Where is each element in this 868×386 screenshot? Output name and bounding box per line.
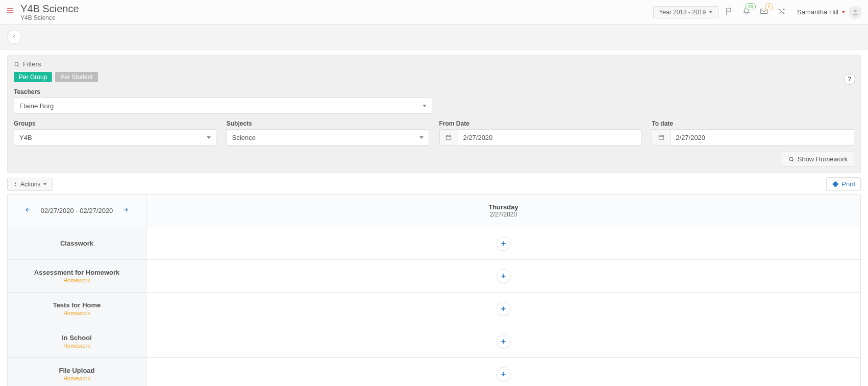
- to-date-input[interactable]: [676, 134, 849, 141]
- year-label: Year 2018 - 2019: [659, 9, 706, 16]
- to-date-field[interactable]: [652, 129, 854, 146]
- groups-select[interactable]: Y4B: [14, 129, 216, 146]
- caret-down-icon: [207, 136, 211, 139]
- groups-value: Y4B: [19, 134, 32, 141]
- subjects-select[interactable]: Science: [227, 129, 429, 146]
- user-menu[interactable]: Samantha Hill: [797, 6, 862, 19]
- date-range-text: 02/27/2020 - 02/27/2020: [41, 207, 113, 214]
- svg-point-2: [15, 62, 18, 66]
- flag-icon[interactable]: [725, 7, 734, 18]
- table-row: Assessment for Homework Homework +: [8, 259, 860, 292]
- from-date-input[interactable]: [463, 134, 636, 141]
- page-titles: Y4B Science Y4B Science: [20, 3, 79, 21]
- calendar-icon: [652, 130, 671, 145]
- back-strip: [0, 25, 868, 50]
- add-button[interactable]: +: [497, 367, 511, 381]
- table-row: Classwork +: [8, 227, 860, 259]
- caret-down-icon: [423, 105, 427, 107]
- page-subtitle: Y4B Science: [20, 14, 79, 21]
- category-title: Tests for Home: [53, 301, 101, 309]
- teachers-label: Teachers: [14, 88, 432, 95]
- svg-point-5: [789, 157, 793, 161]
- svg-point-1: [854, 9, 856, 12]
- actions-button[interactable]: Actions: [7, 178, 53, 191]
- teachers-value: Elaine Borg: [19, 102, 54, 110]
- category-cell: Assessment for Homework Homework: [8, 260, 146, 292]
- print-button[interactable]: Print: [826, 177, 861, 191]
- category-title: Classwork: [60, 239, 93, 247]
- envelope-icon[interactable]: 0: [759, 7, 768, 18]
- calendar-icon: [440, 130, 458, 145]
- back-button[interactable]: [7, 30, 21, 44]
- tab-per-group[interactable]: Per Group: [14, 72, 52, 82]
- day-header-cell: Thursday 2/27/2020: [146, 195, 860, 227]
- category-subtitle: Homework: [63, 375, 90, 381]
- bell-badge: 39: [746, 3, 756, 10]
- caret-down-icon: [43, 183, 47, 185]
- category-title: In School: [62, 334, 92, 342]
- category-subtitle: Homework: [63, 343, 90, 349]
- filters-title: Filters: [23, 60, 41, 68]
- add-button[interactable]: +: [497, 269, 511, 283]
- tab-per-student[interactable]: Per Student: [55, 72, 97, 82]
- svg-rect-4: [659, 135, 663, 140]
- category-subtitle: Homework: [63, 310, 90, 316]
- to-date-label: To date: [652, 120, 854, 127]
- schedule-table: 02/27/2020 - 02/27/2020 Thursday 2/27/20…: [7, 194, 861, 386]
- next-date-button[interactable]: [120, 204, 131, 217]
- help-button[interactable]: ?: [844, 74, 855, 85]
- svg-rect-3: [446, 135, 451, 140]
- prev-date-button[interactable]: [22, 204, 34, 217]
- category-cell: In School Homework: [8, 325, 146, 357]
- schedule-header-row: 02/27/2020 - 02/27/2020 Thursday 2/27/20…: [8, 194, 860, 227]
- day-date: 2/27/2020: [490, 211, 517, 218]
- caret-down-icon: [419, 136, 424, 139]
- category-cell: Classwork: [8, 227, 146, 259]
- shuffle-icon[interactable]: [777, 7, 786, 18]
- day-name: Thursday: [488, 203, 518, 211]
- table-row: Tests for Home Homework +: [8, 292, 860, 325]
- user-name: Samantha Hill: [797, 8, 838, 16]
- date-range-cell: 02/27/2020 - 02/27/2020: [8, 195, 146, 227]
- add-button[interactable]: +: [497, 334, 511, 349]
- view-mode-tabs: Per Group Per Student: [14, 72, 854, 82]
- avatar: [849, 6, 862, 19]
- envelope-badge: 0: [765, 3, 773, 10]
- table-row: File Upload Homework +: [8, 357, 860, 386]
- header-icons: 39 0 Samantha Hill: [725, 6, 862, 19]
- table-row: In School Homework +: [8, 325, 860, 357]
- category-cell: Tests for Home Homework: [8, 293, 146, 325]
- filters-panel: Filters ? Per Group Per Student Teachers…: [7, 55, 861, 173]
- category-title: Assessment for Homework: [34, 269, 120, 276]
- teachers-select[interactable]: Elaine Borg: [14, 98, 432, 114]
- add-button[interactable]: +: [497, 236, 511, 251]
- add-button[interactable]: +: [497, 302, 511, 316]
- from-date-label: From Date: [439, 120, 642, 127]
- year-selector[interactable]: Year 2018 - 2019: [653, 6, 718, 18]
- filters-header: Filters: [14, 60, 854, 68]
- category-cell: File Upload Homework: [8, 358, 146, 386]
- hamburger-icon[interactable]: [6, 7, 14, 17]
- show-homework-label: Show Homework: [798, 155, 848, 163]
- actions-label: Actions: [20, 181, 40, 188]
- top-header: Y4B Science Y4B Science Year 2018 - 2019…: [0, 0, 868, 25]
- subjects-value: Science: [232, 134, 256, 141]
- groups-label: Groups: [14, 120, 216, 127]
- page-title: Y4B Science: [20, 3, 79, 14]
- caret-down-icon: [841, 11, 846, 13]
- bell-icon[interactable]: 39: [742, 7, 751, 18]
- caret-down-icon: [709, 11, 713, 13]
- category-subtitle: Homework: [63, 277, 90, 283]
- subjects-label: Subjects: [227, 120, 429, 127]
- category-title: File Upload: [59, 367, 94, 374]
- from-date-field[interactable]: [439, 129, 642, 146]
- print-label: Print: [841, 180, 855, 188]
- actions-row: Actions Print: [7, 177, 861, 191]
- show-homework-button[interactable]: Show Homework: [782, 152, 854, 166]
